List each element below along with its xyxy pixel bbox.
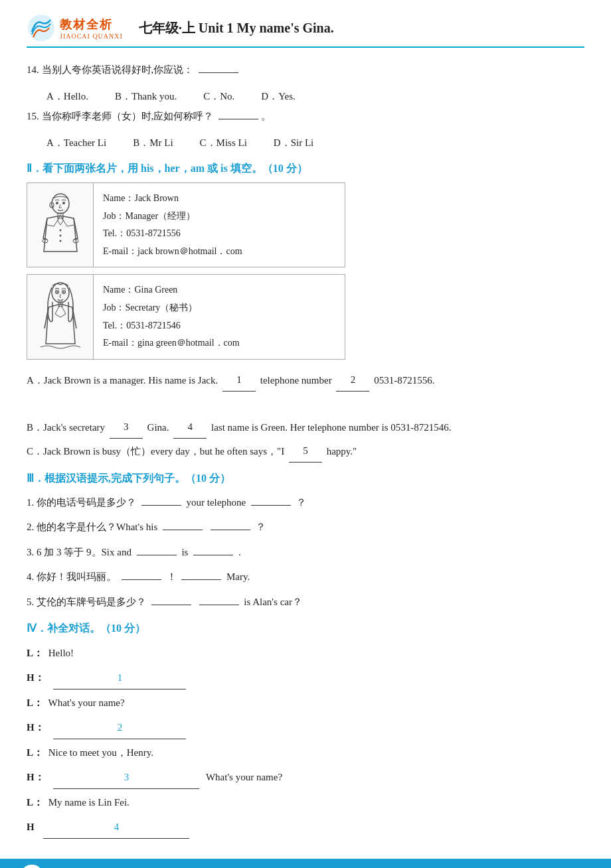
svg-point-14 xyxy=(56,291,57,292)
logo-text: 教材全析 JIAOCAI QUANXI xyxy=(60,17,123,40)
s3-blank-5a xyxy=(151,605,191,605)
svg-point-7 xyxy=(59,235,61,237)
s3-item-2: 2. 他的名字是什么？What's his ？ xyxy=(27,517,584,538)
card-gina: Name：Gina Green Job：Secretary（秘书） Tel.：0… xyxy=(27,274,345,359)
dialog-h2: H： 2 xyxy=(27,717,584,739)
svg-point-6 xyxy=(59,230,61,232)
dialog-h1: H： 1 xyxy=(27,667,584,689)
sentence-c: C．Jack Brown is busy（忙）every day，but he … xyxy=(27,440,584,463)
blank-3: 3 xyxy=(110,416,143,439)
q15-opt-c: C．Miss Li xyxy=(200,133,247,153)
dialog-role-l3: L： xyxy=(27,747,43,758)
dialog-text-l3: Nice to meet you，Henry. xyxy=(48,747,153,758)
dialog-blank-h3: 3 xyxy=(53,766,199,789)
woman-illustration xyxy=(34,281,87,354)
question-14: 14. 当别人夸你英语说得好时,你应说： xyxy=(27,60,584,80)
card-gina-job: Job：Secretary（秘书） xyxy=(103,299,240,317)
cards-area: Name：Jack Brown Job：Manager（经理） Tel.：053… xyxy=(27,182,584,360)
dialog-l1: L： Hello! xyxy=(27,642,584,664)
q14-opt-c: C．No. xyxy=(203,86,234,106)
sentence-b: B．Jack's secretary 3 Gina. 4 last name i… xyxy=(27,416,584,439)
svg-point-4 xyxy=(62,202,65,204)
logo-icon xyxy=(27,13,56,42)
dialog-text-l4: My name is Lin Fei. xyxy=(48,797,130,808)
card-jack-img xyxy=(27,183,94,267)
dialog-l3: L： Nice to meet you，Henry. xyxy=(27,742,584,764)
section2-header: Ⅱ．看下面两张名片，用 his，her，am 或 is 填空。（10 分） xyxy=(27,162,584,176)
q14-opt-a: A．Hello. xyxy=(46,86,88,106)
dialog-role-l1: L： xyxy=(27,648,43,658)
card-gina-email: E-mail：gina green＠hotmail．com xyxy=(103,334,240,352)
s3-blank-5b xyxy=(199,605,239,605)
q14-options: A．Hello. B．Thank you. C．No. D．Yes. xyxy=(46,86,584,106)
svg-point-15 xyxy=(62,291,64,292)
footer-page-num: 64 xyxy=(20,865,44,868)
header-title: 七年级·上 Unit 1 My name's Gina. xyxy=(139,19,334,37)
card-gina-info: Name：Gina Green Job：Secretary（秘书） Tel.：0… xyxy=(94,275,249,358)
q15-blank xyxy=(218,119,258,119)
dialog-role-l4: L： xyxy=(27,797,43,808)
dialog-role-l2: L： xyxy=(27,697,43,708)
q14-text: 14. 当别人夸你英语说得好时,你应说： xyxy=(27,64,193,75)
blank-4: 4 xyxy=(173,416,207,439)
page-header: 教材全析 JIAOCAI QUANXI 七年级·上 Unit 1 My name… xyxy=(27,13,584,48)
card-jack-email: E-mail：jack brown＠hotmail．com xyxy=(103,243,242,261)
s3-item-3: 3. 6 加 3 等于 9。Six and is . xyxy=(27,542,584,563)
q15-options: A．Teacher Li B．Mr Li C．Miss Li D．Sir Li xyxy=(46,133,584,153)
blank-5: 5 xyxy=(289,440,322,463)
s3-item-1: 1. 你的电话号码是多少？ your telephone ？ xyxy=(27,492,584,514)
card-gina-tel: Tel.：0531-8721546 xyxy=(103,317,240,335)
logo-area: 教材全析 JIAOCAI QUANXI xyxy=(27,13,123,42)
dialog-l4: L： My name is Lin Fei. xyxy=(27,792,584,814)
s3-blank-1a xyxy=(141,505,181,506)
q14-blank xyxy=(199,72,238,73)
card-jack-info: Name：Jack Brown Job：Manager（经理） Tel.：053… xyxy=(94,183,252,267)
dialog-role-h1: H： xyxy=(27,672,44,683)
s3-blank-2b xyxy=(211,530,250,530)
dialog-suffix-h3: What's your name? xyxy=(206,772,282,782)
sentence-a: A．Jack Brown is a manager. His name is J… xyxy=(27,369,584,392)
sentence-a-cont xyxy=(46,393,584,415)
logo-pinyin: JIAOCAI QUANXI xyxy=(60,33,123,40)
q15-text: 15. 当你称呼李老师（女）时,应如何称呼？ xyxy=(27,111,213,121)
section4-header: Ⅳ．补全对话。（10 分） xyxy=(27,622,584,636)
card-gina-img xyxy=(27,275,94,358)
s3-blank-4b xyxy=(181,579,221,580)
dialog-blank-h4: 4 xyxy=(43,816,189,839)
s3-item-4: 4. 你好！我叫玛丽。 ！ Mary. xyxy=(27,567,584,588)
s3-blank-3b xyxy=(193,555,233,555)
s3-blank-4a xyxy=(122,579,161,580)
q14-opt-b: B．Thank you. xyxy=(115,86,177,106)
svg-point-8 xyxy=(59,240,61,242)
s3-blank-1b xyxy=(251,505,291,506)
dialog-role-h4: H xyxy=(27,822,35,832)
s3-item-5: 5. 艾伦的车牌号码是多少？ is Alan's car？ xyxy=(27,592,584,613)
dialog-text-l1: Hello! xyxy=(48,648,74,658)
q14-opt-d: D．Yes. xyxy=(261,86,295,106)
card-jack: Name：Jack Brown Job：Manager（经理） Tel.：053… xyxy=(27,182,345,267)
man-illustration xyxy=(34,192,87,258)
blank-1: 1 xyxy=(222,369,256,392)
section3-header: Ⅲ．根据汉语提示,完成下列句子。（10 分） xyxy=(27,472,584,486)
dialog-blank-h1: 1 xyxy=(53,667,186,689)
dialog-role-h2: H： xyxy=(27,722,44,733)
s3-blank-2a xyxy=(163,530,203,530)
card-jack-tel: Tel.：0531-8721556 xyxy=(103,225,242,243)
dialog-l2: L： What's your name? xyxy=(27,692,584,714)
dialog-h4: H 4 xyxy=(27,816,584,839)
card-gina-name: Name：Gina Green xyxy=(103,281,240,299)
q15-opt-d: D．Sir Li xyxy=(274,133,313,153)
card-jack-name: Name：Jack Brown xyxy=(103,190,242,208)
card-jack-job: Job：Manager（经理） xyxy=(103,208,242,226)
dialog-text-l2: What's your name? xyxy=(48,697,125,708)
svg-point-3 xyxy=(56,202,58,204)
q15-opt-a: A．Teacher Li xyxy=(46,133,106,153)
svg-point-0 xyxy=(28,15,54,41)
blank-2: 2 xyxy=(336,369,369,392)
dialog-blank-h2: 2 xyxy=(53,717,186,739)
svg-point-11 xyxy=(52,283,69,303)
question-15: 15. 当你称呼李老师（女）时,应如何称呼？ 。 xyxy=(27,106,584,126)
page-content: 教材全析 JIAOCAI QUANXI 七年级·上 Unit 1 My name… xyxy=(0,0,611,868)
page-footer: 64 迷你妙语 The world is but a little place,… xyxy=(0,859,611,868)
dialog-role-h3: H： xyxy=(27,772,44,782)
